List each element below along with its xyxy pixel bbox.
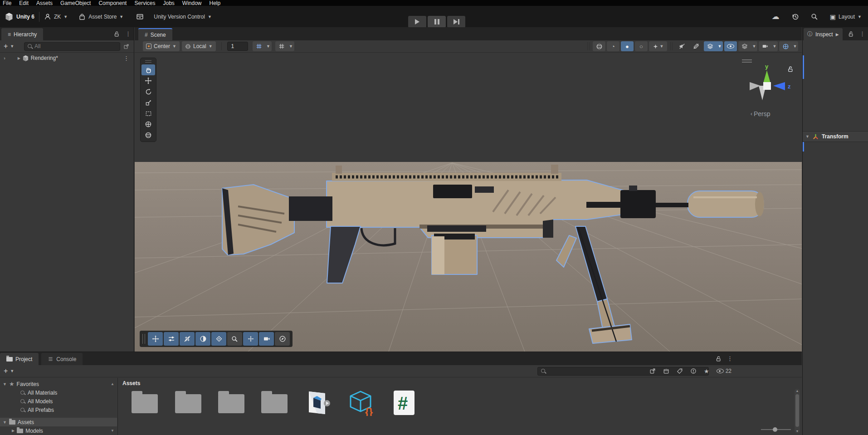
version-control-menu[interactable]: Unity Version Control ▼ <box>154 14 212 20</box>
slider-handle[interactable] <box>773 427 777 432</box>
rect-tool[interactable] <box>141 108 155 119</box>
overlay-toolbar-handle[interactable] <box>142 334 145 344</box>
play-button[interactable] <box>408 16 426 28</box>
gizmo-z-axis[interactable] <box>773 82 785 90</box>
layout-menu[interactable]: ▣ Layout ▼ <box>830 13 862 20</box>
grid-scrollbar[interactable]: ▲ ▼ <box>795 389 800 433</box>
lock-icon[interactable] <box>715 356 722 362</box>
asset-csharp-script[interactable]: # <box>390 390 418 415</box>
tab-hierarchy[interactable]: ≡ Hierarchy <box>1 28 43 40</box>
step-button[interactable] <box>447 16 465 28</box>
menu-edit[interactable]: Edit <box>19 0 29 6</box>
audio-toggle-icon[interactable]: ○ <box>635 41 648 51</box>
scroll-up-icon[interactable]: ▲ <box>111 382 114 386</box>
grid-snap-dropdown[interactable]: ▼ <box>265 41 272 51</box>
asset-folder-4[interactable] <box>261 390 289 415</box>
camera-overlay-button[interactable] <box>259 332 274 346</box>
foldout-arrow-icon[interactable]: ▼ <box>3 420 7 425</box>
layers-dropdown[interactable]: ▼ <box>751 41 757 51</box>
gizmo-center-cube[interactable] <box>763 82 771 90</box>
expand-arrow-icon[interactable]: ▶ <box>12 429 15 433</box>
scene-viewport[interactable]: y z ‹ Persp <box>135 54 802 352</box>
view-hand-tool[interactable] <box>141 64 155 75</box>
tab-console[interactable]: Console <box>41 353 83 365</box>
kebab-menu-icon[interactable]: ⋮ <box>727 355 733 362</box>
scene-visibility-eye-icon[interactable] <box>724 41 737 51</box>
camera-mode-button[interactable]: ‹ Persp <box>751 110 770 117</box>
menu-window[interactable]: Window <box>182 0 202 6</box>
menu-help[interactable]: Help <box>210 0 221 6</box>
visibility-gutter-icon[interactable]: ◑ <box>3 55 6 61</box>
menu-component[interactable]: Component <box>98 0 127 6</box>
move-overlay-button[interactable] <box>148 332 163 346</box>
tab-project[interactable]: Project <box>0 353 39 365</box>
lighting-toggle-icon[interactable]: ● <box>621 41 634 51</box>
custom-editor-tool[interactable] <box>141 130 155 141</box>
create-asset-button[interactable]: + <box>4 367 8 375</box>
gizmos-icon[interactable] <box>779 41 792 51</box>
favorites-star-icon[interactable]: ★ <box>704 368 709 375</box>
alert-icon[interactable] <box>690 368 697 374</box>
grid-snap-icon[interactable] <box>253 41 265 51</box>
asset-folder-2[interactable] <box>175 390 203 415</box>
tab-inspector[interactable]: ⓘ Inspect ▶ <box>804 28 843 40</box>
hidden-count-toggle[interactable]: 22 <box>717 368 731 374</box>
lock-icon[interactable] <box>113 31 120 37</box>
gizmo-y-axis[interactable] <box>763 70 770 83</box>
tree-assets-selected[interactable]: ▼ Assets <box>0 418 117 426</box>
menu-assets[interactable]: Assets <box>36 0 53 6</box>
gizmo-lock-icon[interactable] <box>787 66 794 73</box>
kebab-menu-icon[interactable]: ⋮ <box>859 30 865 37</box>
scroll-down-icon[interactable]: ▼ <box>111 429 114 433</box>
camera-settings-dropdown[interactable]: ▼ <box>771 41 778 51</box>
scene-row-rendering[interactable]: ◑ ▶ Rendering* ⋮ <box>0 53 134 64</box>
overlays-dropdown[interactable]: ▼ <box>717 41 723 51</box>
account-menu[interactable]: ZK ▼ <box>44 13 68 20</box>
lock-icon[interactable] <box>848 31 854 37</box>
pause-button[interactable] <box>428 16 446 28</box>
sliders-overlay-button[interactable] <box>164 332 179 346</box>
asset-folder-3[interactable] <box>218 390 246 415</box>
scroll-down-icon[interactable]: ▼ <box>796 430 799 433</box>
scale-tool[interactable] <box>141 97 155 108</box>
tab-overflow-arrow-icon[interactable]: ▶ <box>836 32 839 37</box>
transform-tool[interactable] <box>141 119 155 130</box>
layers-icon[interactable] <box>738 41 751 51</box>
add-object-button[interactable]: + <box>4 42 8 50</box>
camera-settings-icon[interactable] <box>759 41 771 51</box>
search-preset-icon[interactable] <box>123 44 129 49</box>
history-icon[interactable] <box>791 13 799 20</box>
scrollbar-thumb[interactable] <box>795 394 799 427</box>
menu-services[interactable]: Services <box>134 0 155 6</box>
hierarchy-search-field[interactable] <box>24 42 120 51</box>
tree-all-prefabs[interactable]: All Prefabs <box>0 406 117 414</box>
paint-off-icon[interactable] <box>690 41 702 51</box>
grid-size-input[interactable] <box>227 42 248 51</box>
menu-file[interactable]: File <box>3 0 11 6</box>
archive-button[interactable] <box>136 13 144 20</box>
gizmos-dropdown[interactable]: ▼ <box>792 41 798 51</box>
pivot-mode-dropdown[interactable]: Center ▼ <box>143 41 180 51</box>
rifle-model[interactable] <box>135 54 802 352</box>
tree-favorites[interactable]: ▼ ★ Favorites ▲ <box>0 380 117 388</box>
asset-folder-1[interactable] <box>132 390 160 415</box>
tree-all-models[interactable]: All Models <box>0 397 117 406</box>
hierarchy-search-input[interactable] <box>34 43 117 49</box>
compass-overlay-button[interactable] <box>275 332 290 346</box>
cloud-icon[interactable]: ☁ <box>772 12 780 21</box>
kebab-menu-icon[interactable]: ⋮ <box>123 55 129 62</box>
tree-all-materials[interactable]: All Materials <box>0 388 117 397</box>
menu-gameobject[interactable]: GameObject <box>60 0 91 6</box>
search-icon[interactable] <box>811 13 818 20</box>
label-icon[interactable] <box>677 368 683 374</box>
coord-space-dropdown[interactable]: Local ▼ <box>182 41 216 51</box>
asset-store-menu[interactable]: Asset Store ▼ <box>78 13 123 20</box>
create-asset-dropdown[interactable]: ▼ <box>10 369 14 373</box>
grid-visibility-dropdown[interactable]: ▼ <box>288 41 294 51</box>
expand-arrow-icon[interactable]: ▶ <box>18 56 20 60</box>
package-visibility-icon[interactable] <box>663 368 669 374</box>
tree-models[interactable]: ▶ Models ▼ <box>0 426 117 435</box>
effects-dropdown[interactable]: ▼ <box>649 41 667 51</box>
tab-scene[interactable]: # Scene <box>138 28 172 40</box>
tools-drag-handle[interactable] <box>145 60 151 63</box>
